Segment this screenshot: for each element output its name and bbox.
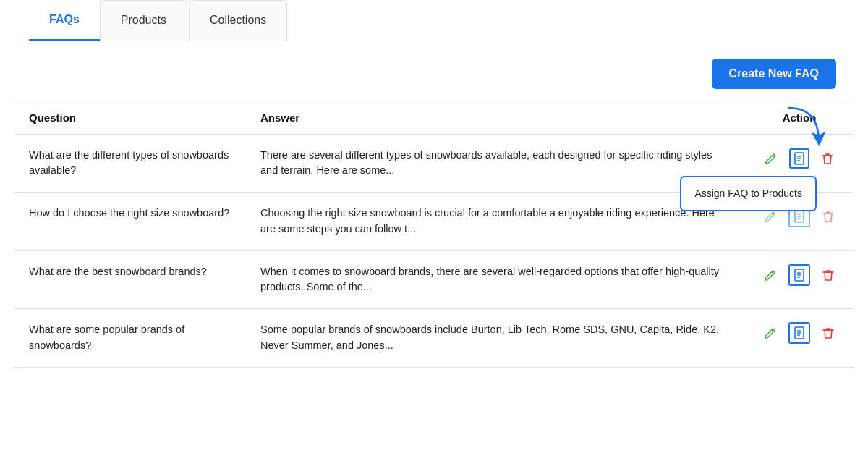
delete-button[interactable] [817, 322, 839, 344]
table-row: What are the best snowboard brands? When… [14, 250, 854, 309]
edit-button[interactable] [760, 264, 781, 286]
toolbar: Create New FAQ [14, 41, 854, 101]
assign-wrapper: Assign FAQ to Products [789, 148, 809, 169]
create-faq-button[interactable]: Create New FAQ [712, 59, 836, 89]
assign-faq-tooltip: Assign FAQ to Products [680, 176, 817, 211]
col-header-action: Action [745, 101, 854, 134]
edit-button[interactable] [760, 148, 782, 169]
col-header-answer: Answer [246, 101, 745, 134]
action-cell [745, 250, 854, 309]
question-cell: What are the different types of snowboar… [14, 134, 246, 193]
table-row: What are some popular brands of snowboar… [14, 309, 854, 368]
action-cell: Assign FAQ to Products [745, 134, 854, 193]
answer-cell: Choosing the right size snowboard is cru… [246, 193, 745, 251]
tab-products[interactable]: Products [100, 0, 187, 41]
edit-button[interactable] [760, 322, 781, 344]
question-cell: How do I choose the right size snowboard… [14, 193, 246, 251]
col-header-question: Question [14, 101, 246, 134]
answer-cell: There are several different types of sno… [246, 134, 745, 193]
tab-collections[interactable]: Collections [189, 0, 287, 41]
answer-cell: Some popular brands of snowboards includ… [246, 309, 745, 368]
assign-button[interactable] [788, 264, 810, 286]
question-cell: What are some popular brands of snowboar… [14, 309, 246, 368]
answer-cell: When it comes to snowboard brands, there… [246, 250, 745, 309]
action-cell [745, 309, 854, 368]
table-row: What are the different types of snowboar… [14, 134, 854, 193]
tabs-bar: FAQs Products Collections [14, 0, 854, 41]
faq-table: Question Answer Action What are the diff… [14, 101, 854, 368]
question-cell: What are the best snowboard brands? [14, 250, 246, 309]
delete-button[interactable] [817, 264, 839, 286]
assign-button[interactable] [789, 148, 809, 169]
assign-button[interactable] [788, 322, 810, 344]
delete-button[interactable] [817, 148, 838, 169]
tab-faqs[interactable]: FAQs [29, 0, 100, 41]
delete-button[interactable] [817, 206, 839, 227]
